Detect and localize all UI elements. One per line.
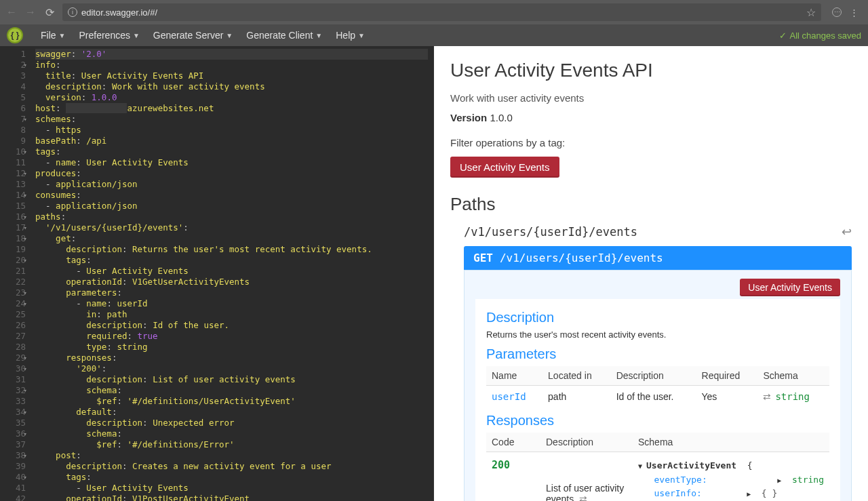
th-resp-schema: Schema — [633, 433, 829, 452]
path-row: /v1/users/{userId}/events ↩ — [450, 224, 852, 239]
nav-forward-button[interactable]: → — [24, 6, 37, 18]
operation-header[interactable]: GET/v1/users/{userId}/events — [464, 246, 852, 270]
th-name: Name — [486, 366, 542, 386]
url-bar[interactable]: i editor.swagger.io/#/ ☆ — [62, 3, 821, 21]
browser-toolbar: ← → ⟳ i editor.swagger.io/#/ ☆ ⋯ ⋮ — [0, 0, 868, 24]
param-name[interactable]: userId — [492, 391, 526, 402]
bookmark-star-icon[interactable]: ☆ — [806, 6, 816, 19]
param-schema: ⇄string — [757, 386, 829, 408]
filter-label: Filter operations by a tag: — [450, 137, 852, 148]
main-split: 1234567891011121314151617181920212223242… — [0, 46, 868, 501]
caret-down-icon: ▼ — [59, 32, 66, 39]
table-row: userId path Id of the user. Yes ⇄string — [486, 386, 829, 408]
operation-tags: User Activity Events — [475, 279, 840, 296]
path-text[interactable]: /v1/users/{userId}/events — [450, 225, 637, 239]
schema-block[interactable]: ▼ UserActivityEvent { eventType:▶ string… — [638, 459, 824, 501]
description-heading: Description — [486, 310, 829, 325]
api-version: Version 1.0.0 — [450, 112, 852, 123]
operation-tag-chip[interactable]: User Activity Events — [740, 279, 840, 296]
operation-method: GET — [473, 252, 493, 264]
th-desc: Description — [611, 366, 696, 386]
table-row: 200 List of user activity events ⇄ ▼ Use… — [486, 452, 829, 502]
filter-tag-chip[interactable]: User Activity Events — [450, 157, 559, 178]
parameters-table: Name Located in Description Required Sch… — [486, 366, 829, 407]
th-schema: Schema — [757, 366, 829, 386]
param-desc: Id of the user. — [611, 386, 696, 408]
operation-body: Description Returns the user's most rece… — [475, 299, 840, 501]
menu-help[interactable]: Help ▼ — [336, 30, 365, 41]
menu-file[interactable]: File ▼ — [41, 30, 65, 41]
caret-down-icon: ▼ — [358, 32, 365, 39]
browser-right-icons: ⋯ ⋮ — [828, 7, 863, 18]
th-resp-desc: Description — [540, 433, 633, 452]
swap-icon[interactable]: ⇄ — [579, 494, 587, 501]
paths-heading: Paths — [450, 194, 852, 215]
response-code: 200 — [492, 459, 510, 471]
responses-table: Code Description Schema 200 List of user… — [486, 433, 829, 501]
responses-heading: Responses — [486, 413, 829, 428]
nav-back-button[interactable]: ← — [5, 6, 18, 18]
url-text: editor.swagger.io/#/ — [81, 7, 157, 18]
menu-generate-client[interactable]: Generate Client ▼ — [246, 30, 322, 41]
menu-generate-server[interactable]: Generate Server ▼ — [153, 30, 233, 41]
info-icon[interactable]: i — [68, 7, 77, 17]
th-located: Located in — [542, 366, 611, 386]
reply-icon[interactable]: ↩ — [842, 224, 852, 239]
editor-gutter: 1234567891011121314151617181920212223242… — [0, 46, 33, 501]
swap-icon[interactable]: ⇄ — [763, 391, 771, 402]
api-description: Work with user activity events — [450, 92, 852, 104]
parameters-heading: Parameters — [486, 346, 829, 362]
api-title: User Activity Events API — [450, 60, 852, 81]
version-label: Version — [450, 112, 487, 123]
response-desc: List of user activity events ⇄ — [540, 452, 633, 502]
editor-code[interactable]: swagger: '2.0'info: title: User Activity… — [33, 46, 433, 501]
menu-preferences[interactable]: Preferences ▼ — [79, 30, 139, 41]
caret-down-icon: ▼ — [315, 32, 322, 39]
save-status: ✓ All changes saved — [779, 31, 861, 41]
nav-reload-button[interactable]: ⟳ — [43, 6, 56, 18]
caret-down-icon: ▼ — [226, 32, 233, 39]
caret-down-icon: ▼ — [133, 32, 140, 39]
docs-panel[interactable]: User Activity Events API Work with user … — [434, 46, 868, 501]
version-value: 1.0.0 — [490, 112, 512, 123]
check-icon: ✓ — [779, 31, 787, 41]
operation-path: /v1/users/{userId}/events — [500, 252, 663, 264]
param-required: Yes — [696, 386, 758, 408]
th-req: Required — [696, 366, 758, 386]
app-menubar: { } File ▼ Preferences ▼ Generate Server… — [0, 24, 868, 46]
swagger-logo[interactable]: { } — [7, 27, 23, 43]
yaml-editor[interactable]: 1234567891011121314151617181920212223242… — [0, 46, 434, 501]
operation-panel: User Activity Events Description Returns… — [464, 270, 852, 501]
param-located: path — [542, 386, 611, 408]
menu-icon[interactable]: ⋮ — [850, 7, 859, 18]
description-text: Returns the user's most recent activity … — [486, 329, 829, 340]
account-icon[interactable]: ⋯ — [832, 7, 842, 17]
th-code: Code — [486, 433, 540, 452]
